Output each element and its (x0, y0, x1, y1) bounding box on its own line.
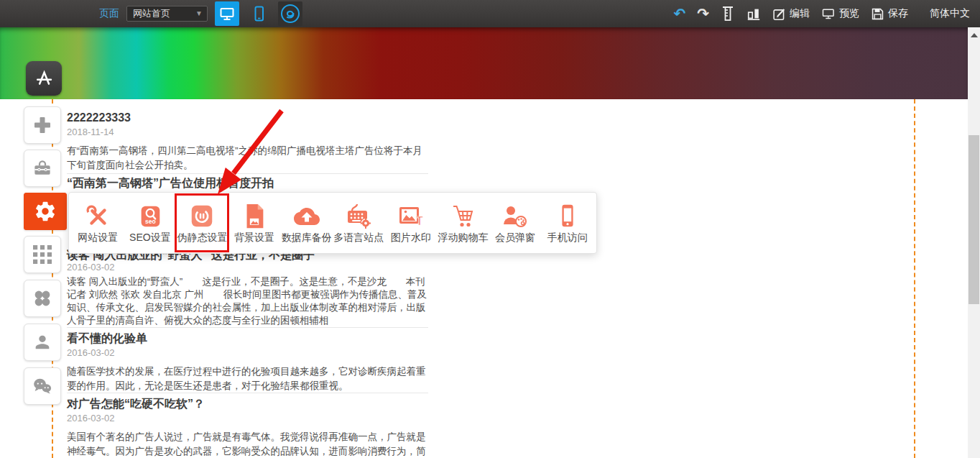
menu-item-floating-cart[interactable]: 浮动购物车 (437, 201, 489, 244)
article-date: 2016-03-02 (67, 413, 428, 423)
stats-button[interactable] (746, 6, 761, 22)
sidebar-toolbox-button[interactable] (24, 150, 61, 187)
article-title[interactable]: 2222223333 (67, 111, 428, 124)
save-label: 保存 (888, 7, 908, 20)
member-popup-icon (501, 201, 530, 232)
menu-item-label: 图片水印 (391, 232, 431, 244)
preview-label: 预览 (839, 7, 859, 20)
chevron-down-icon: ▼ (195, 9, 203, 17)
bar-chart-icon (746, 6, 761, 22)
edit-button[interactable]: 编辑 (772, 7, 810, 21)
layout-guide-right (914, 99, 915, 458)
ruler-button[interactable] (721, 6, 735, 22)
menu-item-label: SEO设置 (129, 232, 171, 244)
gear-icon (34, 200, 57, 223)
divider (67, 173, 428, 174)
wrench-screwdriver-icon (84, 201, 111, 232)
article-date: 2016-03-02 (67, 262, 428, 272)
sidebar-member-button[interactable] (24, 324, 61, 361)
seo-magnifier-icon: seo (137, 201, 164, 232)
menu-item-seo-settings[interactable]: seo SEO设置 (124, 201, 177, 244)
person-icon (32, 332, 52, 352)
menu-item-label: 背景设置 (234, 232, 274, 244)
menu-item-member-popup[interactable]: 会员弹窗 (489, 201, 542, 244)
menu-item-label: 伪静态设置 (177, 232, 227, 244)
page-label: 页面 (99, 7, 119, 20)
article-item[interactable]: 对广告怎能“吃硬不吃软”？ 2016-03-02 美国有个著名的广告人说过，广告… (67, 398, 428, 458)
phone-icon (250, 5, 267, 22)
scrollbar-track[interactable] (968, 27, 980, 458)
menu-item-label: 浮动购物车 (438, 232, 488, 244)
sidebar-app-logo[interactable] (26, 61, 62, 96)
menu-item-label: 多语言站点 (333, 232, 384, 244)
page-dropdown-value: 网站首页 (133, 7, 170, 20)
preview-button[interactable]: 预览 (821, 6, 859, 21)
article-date: 2016-03-02 (67, 347, 428, 358)
article-summary: 美国有个著名的广告人说过，广告就是有毒气体。我觉得说得再准确一点，广告就是神经毒… (67, 430, 428, 458)
desktop-view-button[interactable] (215, 1, 239, 26)
shopping-cart-icon (448, 201, 477, 232)
article-title[interactable]: 看不懂的化验单 (67, 332, 428, 345)
menu-item-site-settings[interactable]: 网站设置 (72, 201, 124, 244)
save-button[interactable]: 保存 (871, 7, 908, 21)
chat-bubbles-icon (32, 376, 53, 396)
scrollbar-thumb[interactable] (969, 135, 979, 304)
preview-monitor-icon (821, 6, 836, 21)
background-page-icon (241, 201, 268, 232)
mobile-phone-icon (554, 201, 581, 232)
article-summary: 有“西南第一高钢塔，四川第二高电视塔”之称的绵阳广播电视塔主塔广告位将于本月下旬… (67, 144, 428, 173)
image-watermark-icon: T (397, 201, 425, 232)
link-icon (280, 4, 300, 24)
menu-item-pseudo-static[interactable]: 伪静态设置 (176, 201, 228, 244)
grid-3x3-icon (33, 245, 52, 264)
site-banner (0, 27, 968, 99)
divider (67, 327, 428, 328)
article-item[interactable]: “西南第一高钢塔”广告位使用权首度开拍 (67, 177, 428, 192)
sidebar-plugins-button[interactable] (24, 280, 61, 317)
divider (67, 393, 428, 393)
share-link-button[interactable] (278, 1, 302, 26)
keyboard-gear-icon (344, 201, 373, 232)
clover-icon (32, 288, 52, 308)
article-item[interactable]: 看不懂的化验单 2016-03-02 随着医学技术的发展，在医疗过程中进行的化验… (67, 332, 428, 393)
plus-icon (32, 115, 52, 135)
app-store-icon (34, 68, 54, 88)
article-title[interactable]: 对广告怎能“吃硬不吃软”？ (67, 398, 428, 411)
menu-item-background-settings[interactable]: 背景设置 (228, 201, 281, 244)
article-summary: 读客 闯入出版业的“野蛮人” 这是行业，不是圈子。这是生意，不是沙龙 本刊记者 … (67, 275, 428, 327)
svg-text:seo: seo (145, 218, 156, 225)
menu-item-label: 会员弹窗 (495, 232, 535, 244)
top-toolbar: 页面 网站首页 ▼ ↶ ↷ (0, 0, 980, 27)
menu-item-label: 手机访问 (547, 232, 588, 244)
page-dropdown[interactable]: 网站首页 ▼ (126, 6, 208, 22)
menu-item-database-backup[interactable]: 数据库备份 (280, 201, 333, 244)
mobile-view-button[interactable] (246, 1, 271, 26)
sidebar-add-button[interactable] (24, 106, 61, 144)
menu-item-multilanguage-site[interactable]: 多语言站点 (333, 201, 385, 244)
article-title[interactable]: “西南第一高钢塔”广告位使用权首度开拍 (67, 177, 428, 190)
article-date: 2018-11-14 (67, 127, 428, 137)
redo-button[interactable]: ↷ (697, 6, 709, 21)
toolbox-icon (32, 157, 53, 179)
cloud-backup-icon (290, 201, 323, 232)
pseudo-static-icon (188, 201, 216, 232)
svg-text:T: T (416, 215, 423, 227)
settings-popup-menu: 网站设置 seo SEO设置 伪静态设置 (68, 192, 597, 254)
ruler-icon (721, 6, 735, 22)
article-summary: 随着医学技术的发展，在医疗过程中进行的化验项目越来越多，它对诊断疾病起着重要的作… (67, 365, 428, 393)
sidebar-modules-button[interactable] (24, 236, 61, 273)
scroll-up-arrow-icon[interactable] (971, 33, 978, 37)
language-switcher[interactable]: 简体中文 (930, 7, 970, 20)
menu-item-label: 数据库备份 (282, 232, 332, 244)
menu-item-image-watermark[interactable]: T 图片水印 (385, 201, 438, 244)
sidebar-chat-button[interactable] (24, 367, 61, 405)
monitor-icon (218, 5, 236, 22)
menu-item-label: 网站设置 (78, 232, 118, 244)
menu-item-mobile-access[interactable]: 手机访问 (541, 201, 593, 244)
article-item[interactable]: 读客 闯入出版业的“野蛮人” 这是行业，不是圈子 2016-03-02 读客 闯… (67, 249, 428, 327)
undo-button[interactable]: ↶ (673, 6, 685, 21)
sidebar-settings-button[interactable] (24, 193, 67, 230)
save-floppy-icon (871, 7, 884, 21)
edit-label: 编辑 (790, 7, 810, 20)
article-item[interactable]: 2222223333 2018-11-14 有“西南第一高钢塔，四川第二高电视塔… (67, 111, 428, 173)
